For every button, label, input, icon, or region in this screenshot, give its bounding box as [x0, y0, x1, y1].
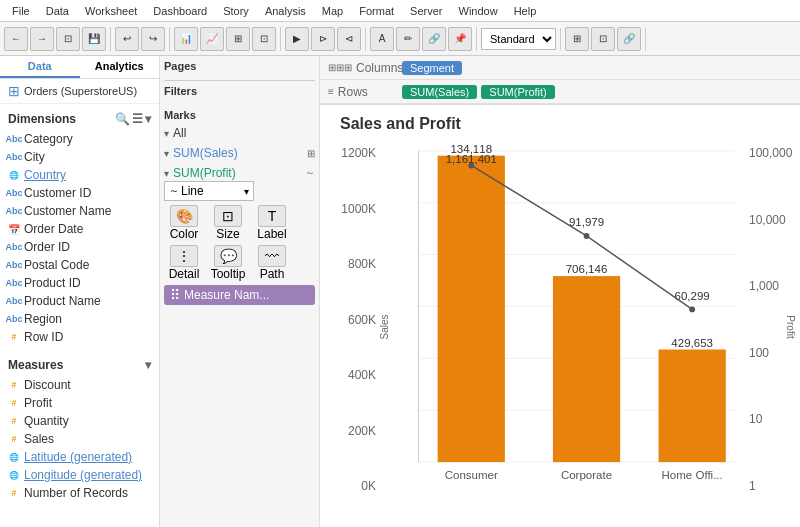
marks-section: Marks ▾ All ▾ SUM(Sales) ⊞ ▾ SUM(Profit): [164, 105, 315, 305]
sum-profit-pill[interactable]: SUM(Profit): [481, 85, 554, 99]
chart-svg-area: 134,118 1,161,401 91,979 706,146 60,299 …: [380, 141, 745, 513]
menu-server[interactable]: Server: [402, 3, 450, 19]
size-btn[interactable]: ⊡ Size: [208, 205, 248, 241]
redo-button[interactable]: ↪: [141, 27, 165, 51]
orders-label: Orders (SuperstoreUS): [24, 85, 137, 97]
expand-icon[interactable]: ▾: [145, 112, 151, 126]
field-category[interactable]: AbcCategory: [0, 130, 159, 148]
menu-worksheet[interactable]: Worksheet: [77, 3, 145, 19]
back-button[interactable]: ←: [4, 27, 28, 51]
format-btn3[interactable]: 🔗: [422, 27, 446, 51]
sort-icon[interactable]: ☰: [132, 112, 143, 126]
rows-label: ≡ Rows: [320, 85, 400, 99]
field-customer-id[interactable]: AbcCustomer ID: [0, 184, 159, 202]
menu-analysis[interactable]: Analysis: [257, 3, 314, 19]
field-order-id[interactable]: AbcOrder ID: [0, 238, 159, 256]
sum-profit-label: SUM(Profit): [173, 166, 236, 180]
field-sales[interactable]: #Sales: [0, 430, 159, 448]
field-discount[interactable]: #Discount: [0, 376, 159, 394]
menu-help[interactable]: Help: [506, 3, 545, 19]
format-btn1[interactable]: A: [370, 27, 394, 51]
dot-consumer: [468, 163, 474, 169]
format-btn4[interactable]: 📌: [448, 27, 472, 51]
chart-svg: 134,118 1,161,401 91,979 706,146 60,299 …: [380, 141, 745, 513]
measures-list: #Discount #Profit #Quantity #Sales 🌐Lati…: [0, 376, 159, 502]
menu-bar: File Data Worksheet Dashboard Story Anal…: [0, 0, 800, 22]
chart-btn4[interactable]: ⊡: [252, 27, 276, 51]
field-region[interactable]: AbcRegion: [0, 310, 159, 328]
all-label: All: [173, 126, 186, 140]
field-postal-code[interactable]: AbcPostal Code: [0, 256, 159, 274]
field-quantity[interactable]: #Quantity: [0, 412, 159, 430]
svg-text:Corporate: Corporate: [561, 468, 612, 481]
save-button[interactable]: 💾: [82, 27, 106, 51]
y-axis: 1200K 1000K 800K 600K 400K 200K 0K: [330, 141, 380, 513]
path-btn[interactable]: 〰 Path: [252, 245, 292, 281]
tab-data[interactable]: Data: [0, 56, 80, 78]
chart-btn2[interactable]: 📈: [200, 27, 224, 51]
standard-select[interactable]: Standard: [481, 28, 556, 50]
chart-btn1[interactable]: 📊: [174, 27, 198, 51]
field-segment[interactable]: AbcSegment: [0, 346, 159, 350]
bar-home-office[interactable]: [659, 350, 726, 463]
measures-expand-icon[interactable]: ▾: [145, 358, 151, 372]
filter-btn3[interactable]: ⊲: [337, 27, 361, 51]
format-btn2[interactable]: ✏: [396, 27, 420, 51]
color-btn[interactable]: 🎨 Color: [164, 205, 204, 241]
label-corporate-top: 91,979: [569, 215, 604, 228]
share-btn[interactable]: 🔗: [617, 27, 641, 51]
main-layout: Data Analytics ⊞ Orders (SuperstoreUS) D…: [0, 56, 800, 527]
menu-file[interactable]: File: [4, 3, 38, 19]
field-profit[interactable]: #Profit: [0, 394, 159, 412]
toolbar-nav-group: ← → ⊡ 💾: [4, 27, 111, 51]
menu-dashboard[interactable]: Dashboard: [145, 3, 215, 19]
extra-btn1[interactable]: ⊞: [565, 27, 589, 51]
middle-panel: Pages Filters Marks ▾ All ▾ SUM(Sales) ⊞: [160, 56, 320, 527]
measure-name-pill[interactable]: ⠿ Measure Nam...: [164, 285, 315, 305]
filter-btn2[interactable]: ⊳: [311, 27, 335, 51]
detail-btn[interactable]: ⋮ Detail: [164, 245, 204, 281]
sum-sales-pill[interactable]: SUM(Sales): [402, 85, 477, 99]
undo-button[interactable]: ↩: [115, 27, 139, 51]
menu-format[interactable]: Format: [351, 3, 402, 19]
chart-area: Sales and Profit 1200K 1000K 800K 600K 4…: [320, 105, 800, 527]
columns-shelf: ⊞⊞⊞ Columns Segment: [320, 56, 800, 80]
menu-map[interactable]: Map: [314, 3, 351, 19]
field-latitude[interactable]: 🌐Latitude (generated): [0, 448, 159, 466]
filters-section: Filters: [164, 80, 315, 97]
measures-header: Measures ▾: [0, 354, 159, 376]
field-product-name[interactable]: AbcProduct Name: [0, 292, 159, 310]
menu-window[interactable]: Window: [451, 3, 506, 19]
sum-sales-label: SUM(Sales): [173, 146, 238, 160]
chart-btn3[interactable]: ⊞: [226, 27, 250, 51]
mark-type-select[interactable]: ～ Line ▾: [164, 181, 254, 201]
extra-btn2[interactable]: ⊡: [591, 27, 615, 51]
search-icon[interactable]: 🔍: [115, 112, 130, 126]
field-row-id[interactable]: #Row ID: [0, 328, 159, 346]
field-city[interactable]: AbcCity: [0, 148, 159, 166]
filter-btn1[interactable]: ▶: [285, 27, 309, 51]
field-number-records[interactable]: #Number of Records: [0, 484, 159, 502]
menu-data[interactable]: Data: [38, 3, 77, 19]
forward-button[interactable]: →: [30, 27, 54, 51]
tooltip-btn[interactable]: 💬 Tooltip: [208, 245, 248, 281]
y-axis-sales-label: Sales: [379, 314, 390, 339]
sum-profit-marks: ▾ SUM(Profit) ～ ～ Line ▾ 🎨 Color ⊡: [164, 165, 315, 305]
pages-label: Pages: [164, 60, 315, 72]
menu-story[interactable]: Story: [215, 3, 257, 19]
field-order-date[interactable]: 📅Order Date: [0, 220, 159, 238]
svg-text:Consumer: Consumer: [445, 468, 498, 481]
bar-corporate[interactable]: [553, 276, 620, 462]
dimensions-header: Dimensions 🔍 ☰ ▾: [0, 108, 159, 130]
bar-consumer[interactable]: [438, 156, 505, 462]
home-button[interactable]: ⊡: [56, 27, 80, 51]
field-longitude[interactable]: 🌐Longitude (generated): [0, 466, 159, 484]
chart-title: Sales and Profit: [330, 115, 800, 133]
field-product-id[interactable]: AbcProduct ID: [0, 274, 159, 292]
toolbar-format-group: A ✏ 🔗 📌: [370, 27, 477, 51]
field-customer-name[interactable]: AbcCustomer Name: [0, 202, 159, 220]
field-country[interactable]: 🌐Country: [0, 166, 159, 184]
label-btn[interactable]: T Label: [252, 205, 292, 241]
tab-analytics[interactable]: Analytics: [80, 56, 160, 78]
segment-pill[interactable]: Segment: [402, 61, 462, 75]
